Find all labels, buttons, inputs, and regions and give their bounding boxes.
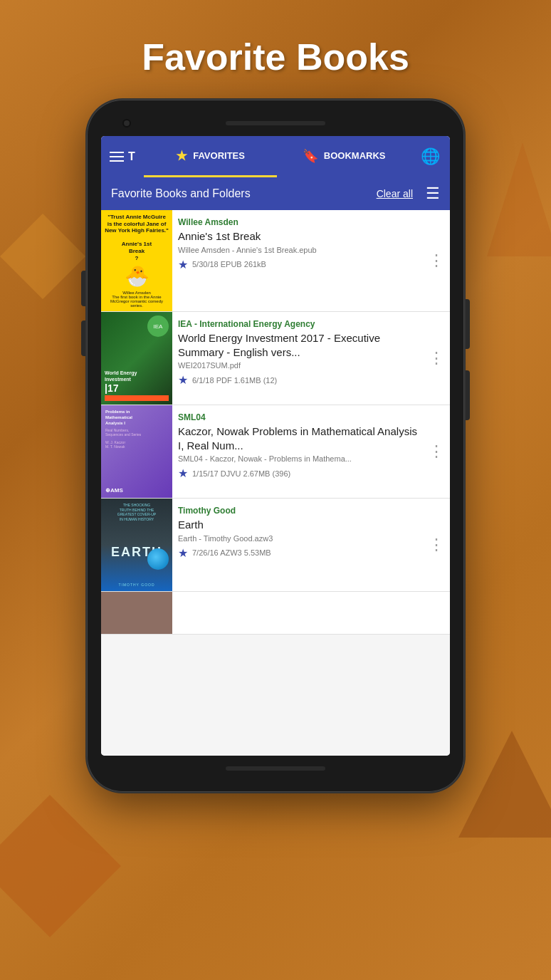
- phone-bottom-bar: [101, 756, 450, 778]
- cover-title-annies: "Trust Annie McGuire is the colorful Jan…: [105, 214, 169, 261]
- book-meta-text: 7/26/16 AZW3 5.53MB: [192, 548, 271, 557]
- speaker: [226, 121, 325, 125]
- clear-all-button[interactable]: Clear all: [377, 188, 413, 199]
- favorite-star-icon: ★: [178, 466, 188, 480]
- power-button[interactable]: [466, 299, 470, 349]
- tab-favorites-label: FAVORITES: [193, 150, 245, 161]
- cover-chick-icon: 🐣: [125, 264, 149, 288]
- book-meta: ★ 5/30/18 EPUB 261kB: [178, 258, 417, 271]
- book-cover: IEA World EnergyInvestment |17: [101, 312, 172, 405]
- book-author: Willee Amsden: [178, 217, 417, 227]
- cover-earth: THE SHOCKINGTRUTH BEHIND THEGREATEST COV…: [101, 499, 172, 591]
- globe-button[interactable]: 🌐: [411, 136, 450, 177]
- list-item[interactable]: "Trust Annie McGuire is the colorful Jan…: [101, 210, 450, 312]
- phone-screen: T ★ FAVORITES 🔖 BOOKMARKS 🌐 Favorite Boo…: [101, 136, 450, 756]
- volume-down-button[interactable]: [81, 320, 85, 356]
- cover-earth-subtitle: THE SHOCKINGTRUTH BEHIND THEGREATEST COV…: [117, 503, 156, 521]
- cover-ams-logo: ⊕AMS: [105, 487, 123, 494]
- section-title: Favorite Books and Folders: [111, 187, 369, 200]
- book-author: SML04: [178, 412, 417, 422]
- book-meta: ★ 6/1/18 PDF 1.61MB (12): [178, 373, 417, 387]
- book-info: IEA - International Energy Agency World …: [172, 312, 423, 405]
- cover-math-title: Problems inMathematicalAnalysis I: [105, 410, 132, 426]
- book-more-button[interactable]: ⋮: [423, 349, 450, 368]
- menu-button[interactable]: T: [101, 136, 144, 177]
- side-button-2[interactable]: [466, 370, 470, 420]
- cover-energy-bar: [105, 395, 169, 401]
- book-more-button[interactable]: ⋮: [423, 536, 450, 554]
- phone-top-bar: [101, 114, 450, 136]
- book-filename: WEI2017SUM.pdf: [178, 361, 417, 370]
- volume-up-button[interactable]: [81, 271, 85, 306]
- book-meta-text: 6/1/18 PDF 1.61MB (12): [192, 376, 277, 385]
- book-info: [172, 592, 450, 634]
- cover-math: Problems inMathematicalAnalysis I Real N…: [101, 405, 172, 498]
- tab-bookmarks-label: BOOKMARKS: [324, 150, 386, 161]
- book-info: SML04 Kaczor, Nowak Problems in Mathemat…: [172, 405, 423, 498]
- book-filename: SML04 - Kaczor, Nowak - Problems in Math…: [178, 454, 417, 463]
- phone-frame: T ★ FAVORITES 🔖 BOOKMARKS 🌐 Favorite Boo…: [87, 100, 464, 792]
- camera: [122, 119, 131, 127]
- cover-earth-globe: [147, 548, 169, 570]
- page-title: Favorite Books: [142, 36, 409, 78]
- home-indicator[interactable]: [226, 766, 325, 771]
- cover-math-authors: W. J. KaczorM. T. Nowak: [105, 440, 125, 449]
- hamburger-icon: [110, 152, 124, 162]
- book-filename: Willee Amsden - Annie's 1st Break.epub: [178, 246, 417, 254]
- favorite-star-icon: ★: [178, 258, 188, 271]
- list-item[interactable]: IEA World EnergyInvestment |17 IEA - Int…: [101, 312, 450, 405]
- bookmark-icon: 🔖: [303, 148, 318, 164]
- book-info: Timothy Good Earth Earth - Timothy Good.…: [172, 499, 423, 591]
- book-cover: [101, 592, 172, 635]
- book-list: "Trust Annie McGuire is the colorful Jan…: [101, 210, 450, 756]
- app-nav: T ★ FAVORITES 🔖 BOOKMARKS 🌐: [101, 136, 450, 177]
- book-meta: ★ 1/15/17 DJVU 2.67MB (396): [178, 466, 417, 480]
- tab-favorites[interactable]: ★ FAVORITES: [144, 136, 278, 177]
- book-cover: "Trust Annie McGuire is the colorful Jan…: [101, 210, 172, 311]
- book-more-button[interactable]: ⋮: [423, 442, 450, 461]
- tab-bookmarks[interactable]: 🔖 BOOKMARKS: [277, 136, 411, 177]
- cover-math-subtitle: Real Numbers,Sequences and Series: [105, 428, 141, 437]
- book-cover: THE SHOCKINGTRUTH BEHIND THEGREATEST COV…: [101, 499, 172, 591]
- list-item[interactable]: [101, 592, 450, 635]
- cover-badge: IEA: [147, 316, 169, 337]
- book-info: Willee Amsden Annie's 1st Break Willee A…: [172, 210, 423, 311]
- nav-t-label: T: [128, 150, 135, 163]
- cover-author-annies: Willee AmsdenThe first book in the Annie…: [105, 291, 169, 308]
- favorite-star-icon: ★: [178, 546, 188, 560]
- book-more-button[interactable]: ⋮: [423, 251, 450, 270]
- book-title: Earth: [178, 518, 417, 532]
- cover-energy: IEA World EnergyInvestment |17: [101, 312, 172, 405]
- star-icon: ★: [176, 148, 187, 164]
- cover-energy-year: |17: [105, 382, 119, 394]
- book-author: IEA - International Energy Agency: [178, 319, 417, 329]
- favorite-star-icon: ★: [178, 373, 188, 387]
- section-menu-button[interactable]: ☰: [426, 184, 440, 203]
- book-cover: Problems inMathematicalAnalysis I Real N…: [101, 405, 172, 498]
- book-meta-text: 5/30/18 EPUB 261kB: [192, 260, 266, 269]
- section-header: Favorite Books and Folders Clear all ☰: [101, 177, 450, 210]
- cover-energy-title: World EnergyInvestment: [105, 370, 137, 382]
- book-title: Kaczor, Nowak Problems in Mathematical A…: [178, 424, 417, 452]
- list-item[interactable]: THE SHOCKINGTRUTH BEHIND THEGREATEST COV…: [101, 499, 450, 592]
- cover-earth-author: TIMOTHY GOOD: [118, 583, 154, 587]
- book-filename: Earth - Timothy Good.azw3: [178, 534, 417, 543]
- cover-annies: "Trust Annie McGuire is the colorful Jan…: [101, 210, 172, 311]
- book-meta: ★ 7/26/16 AZW3 5.53MB: [178, 546, 417, 560]
- book-author: Timothy Good: [178, 506, 417, 516]
- globe-icon: 🌐: [421, 147, 440, 166]
- list-item[interactable]: Problems inMathematicalAnalysis I Real N…: [101, 405, 450, 499]
- book-title: World Energy Investment 2017 - Executive…: [178, 331, 417, 359]
- book-title: Annie's 1st Break: [178, 229, 417, 244]
- book-meta-text: 1/15/17 DJVU 2.67MB (396): [192, 469, 290, 478]
